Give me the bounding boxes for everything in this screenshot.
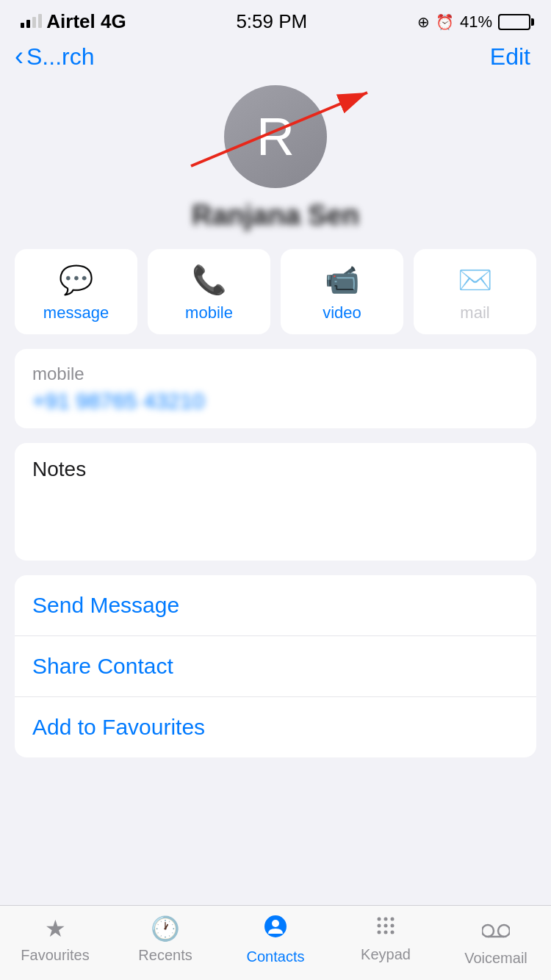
location-icon: ⊕ [417, 13, 430, 31]
battery-percent: 41% [460, 12, 492, 32]
contacts-icon [264, 915, 287, 944]
status-bar: Airtel 4G 5:59 PM ⊕ ⏰ 41% [0, 0, 551, 37]
mobile-call-button[interactable]: 📞 mobile [148, 249, 270, 334]
mobile-field-label: mobile [32, 364, 519, 384]
actions-list: Send Message Share Contact Add to Favour… [15, 575, 536, 757]
contacts-tab-label: Contacts [247, 948, 305, 965]
clock-icon: 🕐 [151, 915, 180, 943]
svg-point-13 [482, 925, 494, 937]
back-label: S...rch [26, 43, 94, 71]
tab-bar: ★ Favourites 🕐 Recents Contacts [0, 905, 551, 980]
video-button[interactable]: 📹 video [281, 249, 403, 334]
svg-point-4 [378, 918, 381, 921]
tab-recents[interactable]: 🕐 Recents [110, 915, 220, 967]
svg-point-7 [378, 924, 381, 928]
svg-point-5 [384, 918, 388, 921]
phone-icon: 📞 [192, 264, 226, 296]
voicemail-tab-label: Voicemail [464, 950, 527, 967]
favourites-tab-label: Favourites [21, 947, 89, 964]
notes-label: Notes [32, 458, 519, 481]
contact-name: Ranjana Sen [192, 200, 359, 231]
tab-keypad[interactable]: Keypad [331, 915, 441, 967]
svg-point-9 [391, 924, 395, 928]
add-to-favourites-button[interactable]: Add to Favourites [15, 697, 536, 757]
video-label: video [323, 303, 361, 323]
navigation-bar: ‹ S...rch Edit [0, 37, 551, 78]
mobile-info-card: mobile +91 98765 43210 [15, 349, 536, 428]
svg-point-8 [384, 924, 388, 928]
edit-button[interactable]: Edit [490, 43, 530, 71]
mobile-label: mobile [185, 303, 233, 323]
mail-button[interactable]: ✉️ mail [414, 249, 536, 334]
mail-icon: ✉️ [458, 264, 492, 296]
tab-voicemail[interactable]: Voicemail [441, 915, 551, 967]
svg-point-11 [384, 931, 388, 934]
back-button[interactable]: ‹ S...rch [15, 43, 94, 71]
svg-point-10 [378, 931, 381, 934]
tab-favourites[interactable]: ★ Favourites [0, 915, 110, 967]
send-message-button[interactable]: Send Message [15, 575, 536, 636]
avatar: R [224, 85, 327, 188]
mobile-number[interactable]: +91 98765 43210 [32, 389, 519, 414]
share-contact-button[interactable]: Share Contact [15, 636, 536, 697]
message-icon: 💬 [59, 264, 93, 296]
message-button[interactable]: 💬 message [15, 249, 137, 334]
notes-card: Notes [15, 443, 536, 561]
chevron-left-icon: ‹ [15, 43, 24, 70]
status-right: ⊕ ⏰ 41% [417, 12, 530, 32]
keypad-icon [375, 915, 397, 942]
battery-icon [498, 14, 530, 30]
mail-label: mail [460, 303, 489, 323]
carrier-text: Airtel 4G [21, 10, 126, 33]
message-label: message [43, 303, 109, 323]
svg-point-6 [391, 918, 395, 921]
star-icon: ★ [45, 915, 66, 943]
recents-tab-label: Recents [138, 947, 192, 964]
svg-point-14 [498, 925, 510, 937]
svg-point-12 [391, 931, 395, 934]
keypad-tab-label: Keypad [361, 946, 411, 963]
alarm-icon: ⏰ [436, 13, 454, 31]
svg-point-3 [272, 920, 279, 927]
time-display: 5:59 PM [236, 10, 307, 33]
action-buttons-row: 💬 message 📞 mobile 📹 video ✉️ mail [0, 249, 551, 334]
video-icon: 📹 [325, 264, 359, 296]
voicemail-icon [482, 915, 510, 945]
signal-icon [21, 13, 42, 28]
tab-contacts[interactable]: Contacts [220, 915, 331, 967]
avatar-initial: R [256, 107, 295, 167]
contact-header: R Ranjana Sen [0, 78, 551, 249]
